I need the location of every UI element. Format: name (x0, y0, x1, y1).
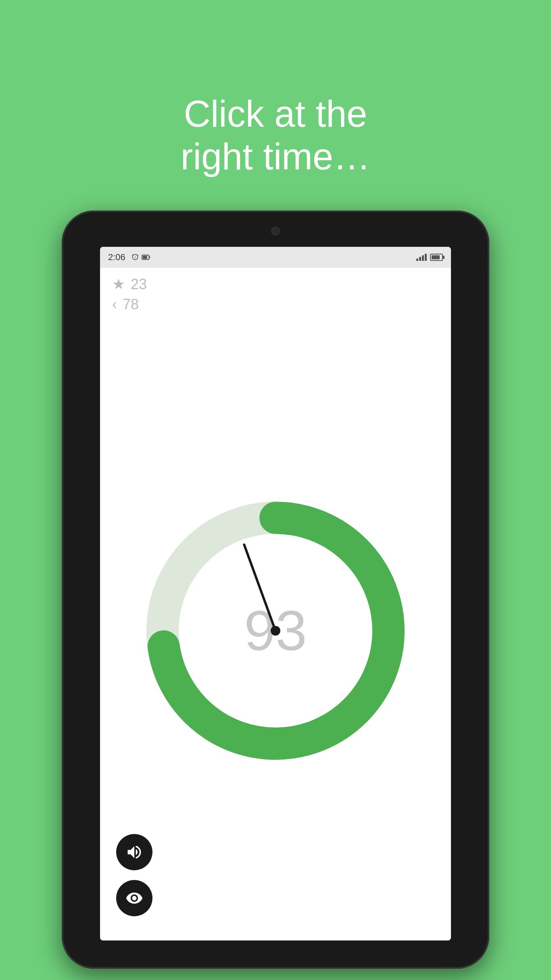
eye-icon (125, 889, 143, 907)
score-section: ★ 23 ‹ 78 (100, 268, 451, 321)
clock-area[interactable]: 93 (138, 321, 413, 940)
back-icon: ‹ (112, 296, 117, 313)
theme-button[interactable] (116, 880, 152, 916)
tablet-camera (271, 227, 280, 236)
star-icon: ★ (112, 276, 125, 293)
status-icons (131, 253, 150, 261)
sound-button[interactable] (116, 834, 152, 870)
svg-rect-2 (149, 256, 150, 259)
tagline-line1: Click at the (184, 93, 367, 134)
header-section: Click at the right time… (104, 44, 447, 178)
star-score-row: ★ 23 (112, 276, 439, 293)
status-bar: 2:06 (100, 247, 451, 268)
svg-rect-1 (143, 256, 147, 259)
signal-icon (416, 254, 427, 261)
clock-center-dot (271, 626, 280, 636)
tablet-mockup: 2:06 (62, 211, 489, 969)
tablet-outer-frame: 2:06 (62, 211, 489, 969)
star-score-value: 23 (131, 276, 147, 293)
clock-container[interactable]: 93 (138, 494, 413, 768)
battery-icon (430, 254, 443, 261)
tagline-line2: right time… (181, 136, 370, 177)
status-time: 2:06 (108, 252, 125, 263)
tagline-text: Click at the right time… (104, 93, 447, 178)
bottom-buttons (116, 834, 152, 916)
alarm-icon (131, 253, 139, 261)
speaker-icon (125, 843, 143, 861)
app-content[interactable]: ★ 23 ‹ 78 (100, 268, 451, 940)
tablet-screen: 2:06 (100, 247, 451, 940)
back-score-value: 78 (123, 296, 139, 313)
back-score-row: ‹ 78 (112, 296, 439, 313)
battery-status-icon (142, 254, 150, 260)
status-right-icons (416, 254, 443, 261)
